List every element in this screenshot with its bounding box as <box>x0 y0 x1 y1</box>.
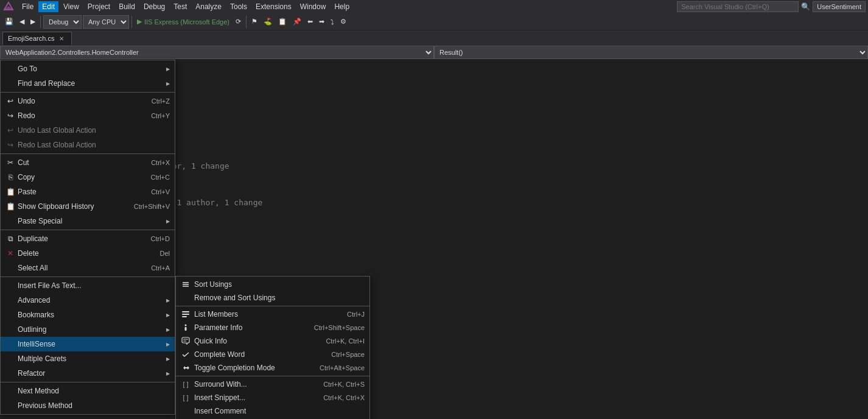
advanced-label: Advanced <box>18 296 50 305</box>
menu-overlay: Go To Find and Replace ↩ Undo Ctrl+Z ↪ R… <box>0 60 175 415</box>
paste-shortcut: Ctrl+V <box>151 188 170 195</box>
menu-window[interactable]: Window <box>296 1 330 12</box>
toolbar-bp2[interactable]: ⛳ <box>261 15 275 29</box>
cut-label: Cut <box>18 158 29 167</box>
menu-item-intellisense[interactable]: IntelliSense <box>1 337 175 351</box>
toggle-completion-label: Toggle Completion Mode <box>194 364 275 372</box>
submenu-list-members[interactable]: List Members Ctrl+J <box>176 308 369 321</box>
submenu-parameter-info[interactable]: Parameter Info Ctrl+Shift+Space <box>176 321 369 334</box>
run-button[interactable]: ▶ IIS Express (Microsoft Edge) <box>135 15 232 29</box>
sep5 <box>1 382 175 382</box>
toolbar-bp1[interactable]: ⚑ <box>249 15 260 29</box>
sub-sep1 <box>176 306 369 306</box>
menu-item-refactor[interactable]: Refactor <box>1 366 175 381</box>
menu-item-find-replace[interactable]: Find and Replace <box>1 76 175 91</box>
svg-marker-13 <box>186 343 188 345</box>
undo-global-icon: ↩ <box>5 125 15 135</box>
toolbar-sep2 <box>131 16 132 28</box>
bookmarks-label: Bookmarks <box>18 311 54 319</box>
redo-label: Redo <box>18 111 35 120</box>
find-replace-icon <box>5 79 15 88</box>
menu-file[interactable]: File <box>18 1 37 12</box>
toolbar-bp4[interactable]: 📌 <box>290 15 304 29</box>
menu-item-insert-file[interactable]: Insert File As Text... <box>1 278 175 293</box>
search-input[interactable] <box>677 1 799 12</box>
menu-help[interactable]: Help <box>331 1 353 12</box>
toolbar-forward[interactable]: ▶ <box>28 15 38 29</box>
menu-item-outlining[interactable]: Outlining <box>1 322 175 337</box>
submenu-remove-sort-usings[interactable]: Remove and Sort Usings <box>176 291 369 305</box>
menu-item-paste-special[interactable]: Paste Special <box>1 214 175 228</box>
toolbar-bp5[interactable]: ⬅ <box>305 15 315 29</box>
submenu-sort-usings[interactable]: Sort Usings <box>176 278 369 291</box>
submenu-complete-word[interactable]: Complete Word Ctrl+Space <box>176 348 369 361</box>
submenu-insert-comment[interactable]: Insert Comment <box>176 404 369 418</box>
menu-item-redo-global[interactable]: ↪ Redo Last Global Action <box>1 138 175 152</box>
toolbar-back[interactable]: ◀ <box>17 15 27 29</box>
menu-build[interactable]: Build <box>115 1 139 12</box>
nav-class-selector[interactable]: WebApplication2.Controllers.HomeControll… <box>0 46 434 59</box>
outlining-icon <box>5 325 15 334</box>
menu-tools[interactable]: Tools <box>226 1 251 12</box>
toggle-completion-icon <box>181 363 191 373</box>
next-method-label: Next Method <box>18 387 59 395</box>
clipboard-label: Show Clipboard History <box>18 202 94 211</box>
toolbar-options[interactable]: ⚙ <box>338 15 349 29</box>
submenu-quick-info[interactable]: Quick Info Ctrl+K, Ctrl+I <box>176 334 369 348</box>
menu-item-cut[interactable]: ✂ Cut Ctrl+X <box>1 155 175 170</box>
tab-close-icon[interactable]: ✕ <box>59 35 64 42</box>
menu-extensions[interactable]: Extensions <box>252 1 295 12</box>
toolbar-bp7[interactable]: ⤵ <box>328 15 337 29</box>
menu-item-clipboard-history[interactable]: 📋 Show Clipboard History Ctrl+Shift+V <box>1 199 175 214</box>
menu-item-undo-global[interactable]: ↩ Undo Last Global Action <box>1 123 175 138</box>
menu-item-go-to[interactable]: Go To <box>1 62 175 76</box>
toolbar: 💾 ◀ ▶ Debug Any CPU ▶ IIS Express (Micro… <box>0 13 868 30</box>
menu-project[interactable]: Project <box>84 1 114 12</box>
menu-analyze[interactable]: Analyze <box>192 1 225 12</box>
menu-item-select-all[interactable]: Select All Ctrl+A <box>1 261 175 275</box>
undo-shortcut: Ctrl+Z <box>152 97 170 105</box>
complete-word-shortcut: Ctrl+Space <box>331 351 365 358</box>
menu-item-redo[interactable]: ↪ Redo Ctrl+Y <box>1 108 175 123</box>
duplicate-icon: ⧉ <box>5 234 15 244</box>
tab-emojisearch[interactable]: EmojiSearch.cs ✕ <box>2 32 72 45</box>
nav-member-selector[interactable]: Result() <box>434 46 868 59</box>
prev-method-icon <box>5 401 15 410</box>
toolbar-bp3[interactable]: 📋 <box>276 15 289 29</box>
list-members-label: List Members <box>194 310 238 319</box>
svg-point-8 <box>185 325 187 326</box>
config-selector[interactable]: Debug <box>43 15 82 29</box>
menu-item-bookmarks[interactable]: Bookmarks <box>1 308 175 322</box>
user-sentiment-button[interactable]: UserSentiment <box>813 1 866 12</box>
menu-item-paste[interactable]: 📋 Paste Ctrl+V <box>1 185 175 199</box>
menu-test[interactable]: Test <box>170 1 191 12</box>
run-icon: ▶ <box>137 18 142 26</box>
list-members-shortcut: Ctrl+J <box>347 311 365 318</box>
menu-item-next-method[interactable]: Next Method <box>1 384 175 398</box>
next-method-icon <box>5 386 15 396</box>
intellisense-icon <box>5 339 15 349</box>
menu-debug[interactable]: Debug <box>140 1 169 12</box>
toolbar-bp6[interactable]: ➡ <box>317 15 327 29</box>
menu-item-duplicate[interactable]: ⧉ Duplicate Ctrl+D <box>1 231 175 246</box>
platform-selector[interactable]: Any CPU <box>83 15 129 29</box>
refresh-button[interactable]: ⟳ <box>233 15 243 29</box>
menu-edit[interactable]: Edit <box>38 1 58 12</box>
menu-item-copy[interactable]: ⎘ Copy Ctrl+C <box>1 170 175 185</box>
parameter-info-icon <box>181 323 191 333</box>
svg-rect-10 <box>182 337 189 343</box>
menu-item-multiple-carets[interactable]: Multiple Carets <box>1 351 175 366</box>
toolbar-save[interactable]: 💾 <box>2 15 16 29</box>
prev-method-label: Previous Method <box>18 401 72 410</box>
menu-item-advanced[interactable]: Advanced <box>1 293 175 308</box>
submenu-toggle-completion[interactable]: Toggle Completion Mode Ctrl+Alt+Space <box>176 361 369 375</box>
menu-view[interactable]: View <box>60 1 83 12</box>
submenu-surround-with[interactable]: [ ] Surround With... Ctrl+K, Ctrl+S <box>176 378 369 391</box>
duplicate-label: Duplicate <box>18 234 48 243</box>
complete-word-icon <box>181 350 191 359</box>
submenu-insert-snippet[interactable]: [ ] Insert Snippet... Ctrl+K, Ctrl+X <box>176 391 369 404</box>
menu-item-undo[interactable]: ↩ Undo Ctrl+Z <box>1 94 175 108</box>
menu-item-prev-method[interactable]: Previous Method <box>1 398 175 413</box>
menu-item-delete[interactable]: ✕ Delete Del <box>1 246 175 261</box>
svg-rect-6 <box>182 314 189 315</box>
